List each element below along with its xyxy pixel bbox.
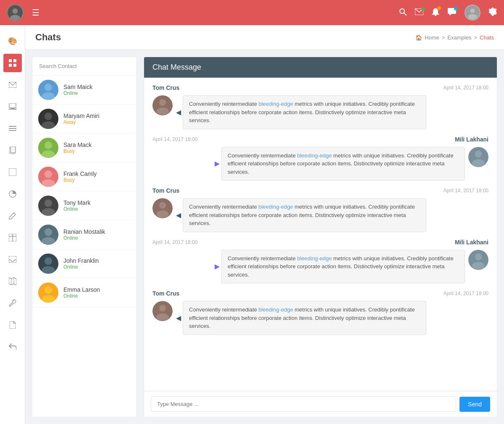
contact-status-sam: Online bbox=[63, 90, 92, 96]
contact-name-john: John Franklin bbox=[63, 257, 99, 264]
msg-sender-1: Tom Crus bbox=[152, 84, 179, 91]
send-button[interactable]: Send bbox=[459, 397, 490, 412]
main-layout: 🎨 bbox=[0, 25, 504, 424]
email-icon[interactable] bbox=[415, 8, 423, 17]
contact-status-tony: Online bbox=[63, 206, 91, 212]
contact-status-maryam: Away bbox=[63, 119, 100, 125]
contact-status-frank: Busy bbox=[63, 177, 97, 183]
navbar-left: ☰ bbox=[7, 4, 39, 21]
navbar-avatar[interactable] bbox=[7, 4, 24, 21]
sidebar-item-copy[interactable] bbox=[3, 141, 22, 160]
msg-meta-5: Tom Crus April 14, 2017 18:00 bbox=[152, 290, 488, 297]
bell-icon[interactable] bbox=[432, 8, 439, 18]
msg-sender-3: Tom Crus bbox=[152, 187, 179, 194]
msg-text-1: Conveniently reintermediate bleeding-edg… bbox=[189, 101, 415, 123]
sidebar-item-palette[interactable]: 🎨 bbox=[3, 32, 22, 50]
chat-panel: Chat Message Tom Crus April 14, 2017 18:… bbox=[144, 57, 497, 417]
contact-info-john: John Franklin Online bbox=[63, 257, 99, 270]
breadcrumb-current: Chats bbox=[480, 34, 494, 41]
sidebar-item-map[interactable] bbox=[3, 272, 22, 291]
msg-time-4: April 14, 2017 18:00 bbox=[152, 239, 197, 245]
msg-bubble-2: Conveniently reintermediate bleeding-edg… bbox=[221, 147, 465, 181]
contact-status-sara: Busy bbox=[63, 148, 92, 154]
contact-info-sam: Sam Maick Online bbox=[63, 84, 92, 96]
svg-point-9 bbox=[468, 14, 477, 20]
contact-item-sara[interactable]: Sara Mack Busy bbox=[32, 133, 136, 162]
sidebar-item-laptop[interactable] bbox=[3, 97, 22, 116]
user-avatar[interactable] bbox=[465, 5, 480, 21]
sidebar-item-return[interactable] bbox=[3, 338, 22, 356]
sidebar-item-file[interactable] bbox=[3, 316, 22, 334]
contact-status-john: Online bbox=[63, 264, 99, 270]
chat-icon[interactable] bbox=[448, 8, 456, 18]
sidebar-item-edit[interactable] bbox=[3, 207, 22, 225]
contact-item-maryam[interactable]: Maryam Amiri Away bbox=[32, 105, 136, 133]
message-group-3: Tom Crus April 14, 2017 18:00 ◀ Convenie… bbox=[152, 187, 488, 232]
contact-item-ranian[interactable]: Ranian Mostalik Online bbox=[32, 220, 136, 249]
msg-avatar-tom-3 bbox=[152, 301, 173, 321]
msg-row-1: ◀ Conveniently reintermediate bleeding-e… bbox=[152, 95, 488, 129]
contact-list-header: Search Contact bbox=[32, 57, 136, 76]
breadcrumb-home[interactable]: Home bbox=[425, 34, 439, 41]
navbar-right bbox=[399, 5, 497, 21]
message-input[interactable] bbox=[151, 396, 456, 412]
svg-point-60 bbox=[156, 107, 169, 115]
msg-time-2: April 14, 2017 18:00 bbox=[152, 136, 197, 142]
settings-icon[interactable] bbox=[489, 8, 497, 18]
msg-row-4: Conveniently reintermediate bleeding-edg… bbox=[152, 250, 488, 284]
msg-bubble-wrap-2: Conveniently reintermediate bleeding-edg… bbox=[215, 147, 465, 181]
active-indicator bbox=[3, 57, 5, 69]
contact-name-ranian: Ranian Mostalik bbox=[63, 228, 105, 235]
svg-rect-17 bbox=[11, 108, 14, 109]
message-group-2: April 14, 2017 18:00 Mili Lakhani Conven… bbox=[152, 136, 488, 181]
contact-status-emma: Online bbox=[63, 293, 100, 299]
svg-point-44 bbox=[45, 170, 52, 178]
svg-rect-11 bbox=[13, 59, 16, 62]
sidebar-item-list[interactable] bbox=[3, 119, 22, 138]
sidebar-item-chart[interactable] bbox=[3, 185, 22, 203]
msg-sender-4: Mili Lakhani bbox=[455, 239, 488, 246]
page-title: Chats bbox=[35, 32, 61, 43]
msg-avatar-mili-1 bbox=[468, 147, 488, 167]
contact-avatar-frank bbox=[38, 167, 58, 187]
contact-name-frank: Frank Camly bbox=[63, 170, 97, 177]
sidebar-item-box[interactable] bbox=[3, 163, 22, 181]
sidebar-item-grid[interactable] bbox=[3, 54, 22, 72]
msg-arrow-5: ◀ bbox=[176, 314, 181, 322]
msg-sender-2: Mili Lakhani bbox=[455, 136, 488, 143]
hamburger-icon[interactable]: ☰ bbox=[32, 8, 39, 18]
svg-rect-16 bbox=[8, 109, 17, 110]
search-icon[interactable] bbox=[399, 8, 407, 18]
contact-avatar-sam bbox=[38, 80, 58, 100]
contact-name-sara: Sara Mack bbox=[63, 141, 92, 148]
sidebar-item-inbox[interactable] bbox=[3, 250, 22, 269]
page-header: Chats 🏠 Home > Examples > Chats bbox=[25, 25, 504, 50]
contact-item-frank[interactable]: Frank Camly Busy bbox=[32, 162, 136, 191]
msg-time-1: April 14, 2017 18:00 bbox=[444, 85, 488, 91]
svg-point-72 bbox=[156, 313, 169, 321]
contact-item-tony[interactable]: Tony Mark Online bbox=[32, 191, 136, 220]
sidebar-item-mail[interactable] bbox=[3, 76, 22, 94]
msg-bubble-4: Conveniently reintermediate bleeding-edg… bbox=[221, 250, 465, 284]
contact-item-john[interactable]: John Franklin Online bbox=[32, 249, 136, 278]
contact-item-sam[interactable]: Sam Maick Online bbox=[32, 76, 136, 105]
sidebar-item-tool[interactable] bbox=[3, 294, 22, 312]
breadcrumb-examples[interactable]: Examples bbox=[447, 34, 471, 41]
svg-marker-31 bbox=[9, 277, 16, 285]
contact-list: Search Contact Sam Maick Online bbox=[32, 57, 137, 417]
msg-sender-5: Tom Crus bbox=[152, 290, 179, 297]
chat-badge bbox=[454, 7, 458, 10]
msg-text-5: Conveniently reintermediate bleeding-edg… bbox=[189, 306, 415, 329]
svg-point-1 bbox=[13, 8, 18, 14]
sidebar-item-table[interactable] bbox=[3, 228, 22, 247]
contact-info-emma: Emma Larson Online bbox=[63, 286, 100, 299]
msg-meta-3: Tom Crus April 14, 2017 18:00 bbox=[152, 187, 488, 194]
bell-badge bbox=[437, 6, 441, 10]
contact-name-emma: Emma Larson bbox=[63, 286, 100, 293]
svg-point-38 bbox=[45, 113, 52, 120]
contact-avatar-emma bbox=[38, 283, 58, 303]
msg-meta-2: April 14, 2017 18:00 Mili Lakhani bbox=[152, 136, 488, 143]
contact-info-frank: Frank Camly Busy bbox=[63, 170, 97, 183]
contact-item-emma[interactable]: Emma Larson Online bbox=[32, 278, 136, 307]
contact-info-sara: Sara Mack Busy bbox=[63, 141, 92, 154]
